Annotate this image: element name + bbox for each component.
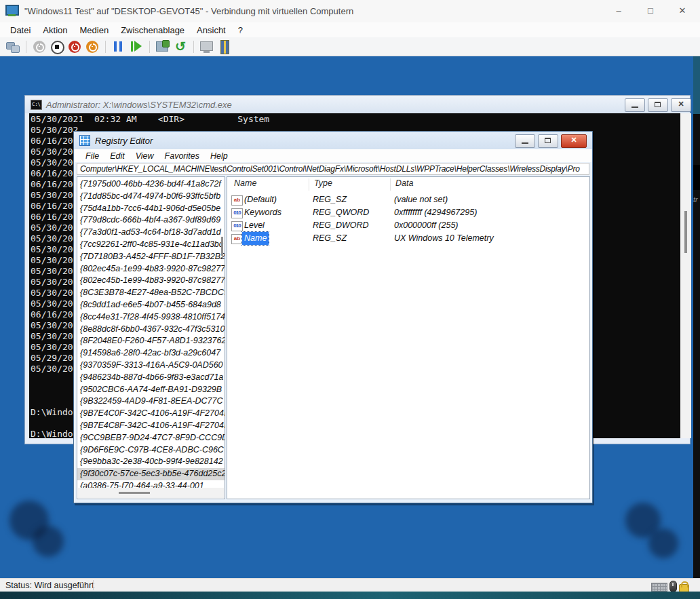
cmd-close-button[interactable]: ✕ <box>671 98 691 112</box>
value-name[interactable]: (Default) <box>244 193 277 206</box>
regedit-tree-item[interactable]: {75d4a1bb-7cc6-44b1-906d-d5e05be <box>77 203 225 215</box>
column-header-type[interactable]: Type <box>314 178 332 188</box>
host-toolbar: ↺ <box>0 37 700 56</box>
regedit-values-pane[interactable]: Name Type Data ab(Default)REG_SZ(value n… <box>227 176 590 499</box>
binary-value-icon: 010 <box>231 208 243 218</box>
regedit-tree-item[interactable]: {9B7E4C8F-342C-4106-A19F-4F2704F <box>77 420 225 432</box>
regedit-tree-vscrollbar[interactable] <box>221 237 223 256</box>
regedit-tree-item[interactable]: {779d8cdc-666b-4bf4-a367-9df89d69 <box>77 214 225 227</box>
regedit-tree-item[interactable]: {9486234b-887d-4b66-9f83-e3acd71a <box>77 372 225 384</box>
regedit-window-title: Registry Editor <box>95 136 153 146</box>
regedit-tree-item[interactable]: {8C3E3B78-4E27-48ea-B52C-7BCDC9 <box>77 287 225 299</box>
value-name[interactable]: Name <box>242 232 269 245</box>
keyboard-icon <box>651 583 667 592</box>
regedit-tree-item[interactable]: {9f30c07c-57ce-5ec3-bb5e-476dd25c2 <box>77 468 225 480</box>
cmd-window-title: Administrator: X:\windows\SYSTEM32\cmd.e… <box>46 100 232 110</box>
regedit-menu-file[interactable]: File <box>80 151 104 161</box>
cmd-icon: C:\ <box>31 100 42 110</box>
statusbar-separator <box>93 580 94 590</box>
regedit-tree-item[interactable]: {9e9bba3c-2e38-40cb-99f4-9e828142 <box>77 456 225 468</box>
offscreen-edge-top <box>693 56 700 114</box>
regedit-tree-item[interactable]: {8c9dd1ad-e6e5-4b07-b455-684a9d8 <box>77 299 225 311</box>
column-header-name[interactable]: Name <box>234 178 256 188</box>
registry-value-row[interactable]: ab(Default)REG_SZ(value not set) <box>227 193 589 206</box>
regedit-close-button[interactable]: ✕ <box>561 134 587 148</box>
regedit-tree-item[interactable]: {8cc44e31-7f28-4f45-9938-4810ff5174 <box>77 311 225 324</box>
regedit-tree-item[interactable]: {7cc92261-2ff0-4c85-931e-4c11ad3bc <box>77 239 225 251</box>
value-name[interactable]: Keywords <box>244 206 281 219</box>
host-close-button[interactable]: ✕ <box>672 4 693 18</box>
regedit-address-bar[interactable]: Computer\HKEY_LOCAL_MACHINE\test\Control… <box>77 163 589 175</box>
regedit-tree-item[interactable]: {7D7180B3-A452-4FFF-8D1F-7B32B2 <box>77 251 225 263</box>
menu-ansicht[interactable]: Ansicht <box>191 25 232 35</box>
host-maximize-button[interactable]: □ <box>640 4 661 18</box>
basic-session-icon[interactable] <box>199 39 214 54</box>
regedit-menu-favorites[interactable]: Favorites <box>159 151 205 161</box>
enhanced-session-icon[interactable] <box>217 39 232 54</box>
regedit-tree-item[interactable]: {8F2048E0-F260-4F57-A8D1-9323762 <box>77 335 225 347</box>
menu-medien[interactable]: Medien <box>74 25 115 35</box>
toolbar-separator <box>105 41 106 53</box>
revert-icon[interactable]: ↺ <box>173 39 188 54</box>
reset-icon[interactable] <box>129 39 144 54</box>
menu-hilfe[interactable]: ? <box>232 25 249 35</box>
string-value-icon: ab <box>231 234 243 244</box>
menu-zwischenablage[interactable]: Zwischenablage <box>115 25 191 35</box>
regedit-tree-item[interactable]: {9502CBC6-AA74-4eff-BA91-D9329B <box>77 384 225 396</box>
regedit-tree-item[interactable]: {802ec45b-1e99-4b83-9920-87c98277 <box>77 275 225 287</box>
regedit-maximize-button[interactable] <box>538 134 558 148</box>
start-icon[interactable] <box>32 39 47 54</box>
regedit-tree-item[interactable]: {9B322459-4AD9-4F81-8EEA-DC77C <box>77 395 225 408</box>
regedit-tree-item[interactable]: {71975d00-46bb-4236-bd4f-41a8c72f <box>77 178 225 191</box>
hyperv-app-icon <box>5 5 19 17</box>
value-name[interactable]: Level <box>244 219 265 232</box>
ctrl-alt-del-icon[interactable] <box>5 39 20 54</box>
column-header-data[interactable]: Data <box>395 178 413 188</box>
regedit-minimize-button[interactable] <box>515 134 535 148</box>
regedit-tree-item[interactable]: {9D6F6E9C-C97B-4CE8-ADBC-C96C <box>77 444 225 457</box>
regedit-tree-item[interactable]: {802ec45a-1e99-4b83-9920-87c98277 <box>77 263 225 275</box>
regedit-tree-item[interactable]: {77a3d0f1-ad53-4c64-bf18-3d7add1d <box>77 227 225 239</box>
regedit-menu-edit[interactable]: Edit <box>104 151 130 161</box>
regedit-menu-help[interactable]: Help <box>205 151 233 161</box>
toolbar-separator <box>193 41 194 53</box>
column-separator[interactable] <box>390 178 391 191</box>
pause-icon[interactable] <box>111 39 126 54</box>
registry-value-row[interactable]: abNameREG_SZUX Windows 10 Telemetry <box>227 232 589 245</box>
cmd-scrollbar[interactable] <box>680 113 691 438</box>
value-data: 0x000000ff (255) <box>394 219 459 232</box>
regedit-tree-item[interactable]: {9B7E4C0F-342C-4106-A19F-4F2704F <box>77 408 225 420</box>
vm-status-text: Status: Wird ausgeführt <box>5 581 94 590</box>
regedit-tree-item[interactable]: {9CC9BEB7-9D24-47C7-8F9D-CCC9D <box>77 432 225 444</box>
regedit-menu-view[interactable]: View <box>130 151 159 161</box>
host-minimize-button[interactable]: – <box>608 4 629 18</box>
offscreen-window-edge: tr <box>693 56 700 578</box>
regedit-tree-item[interactable]: {9370359F-3313-416A-A5C9-0AD560 <box>77 360 225 372</box>
turn-off-icon[interactable] <box>50 39 64 54</box>
desktop-shading <box>33 526 64 557</box>
registry-value-row[interactable]: 010LevelREG_DWORD0x000000ff (255) <box>227 219 589 232</box>
regedit-tree-hscrollbar-thumb[interactable] <box>119 492 150 494</box>
regedit-tree-item[interactable]: {71dd85bc-d474-4974-b0f6-93ffc5bfb <box>77 191 225 203</box>
regedit-tree-pane[interactable]: {71975d00-46bb-4236-bd4f-41a8c72f{71dd85… <box>77 176 225 499</box>
registry-value-row[interactable]: 010KeywordsREG_QWORD0xffffffff (42949672… <box>227 206 589 219</box>
string-value-icon: ab <box>231 195 243 206</box>
column-separator[interactable] <box>309 178 309 191</box>
regedit-menubar: File Edit View Favorites Help <box>75 149 591 162</box>
value-type: REG_SZ <box>313 232 347 245</box>
regedit-tree-item[interactable]: {914598a6-28f0-42ac-bf3d-a29c6047 <box>77 347 225 360</box>
registry-editor-window: Registry Editor ✕ File Edit View Favorit… <box>73 131 593 503</box>
menu-datei[interactable]: Datei <box>4 25 37 35</box>
cmd-minimize-button[interactable] <box>625 98 645 112</box>
checkpoint-icon[interactable] <box>155 39 170 54</box>
cmd-maximize-button[interactable] <box>648 98 668 112</box>
binary-value-icon: 010 <box>231 221 243 231</box>
regedit-tree-hscrollbar[interactable] <box>78 488 224 498</box>
shutdown-icon[interactable] <box>67 39 82 54</box>
save-icon[interactable] <box>85 39 100 54</box>
menu-aktion[interactable]: Aktion <box>37 25 73 35</box>
vm-display-area: C:\ Administrator: X:\windows\SYSTEM32\c… <box>0 56 700 578</box>
cmd-scrollbar-thumb[interactable] <box>684 211 687 253</box>
regedit-tree-item[interactable]: {8e88dc8f-6bb0-4367-932c-47f3c5310 <box>77 324 225 336</box>
regedit-tree-item-clipped[interactable]: {a0386-75-f70-464-a9-33-44-001 <box>77 480 225 488</box>
